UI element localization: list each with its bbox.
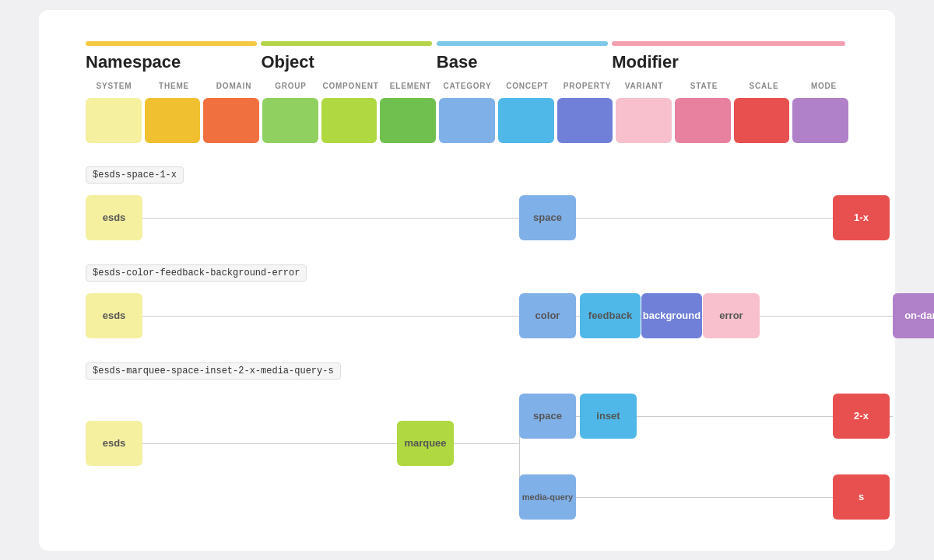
base-bar (437, 41, 608, 46)
token1-section: $esds-space-1-x esds space 1-x (86, 166, 848, 243)
token2-mode-box: on-dark (893, 293, 934, 338)
col-mode: MODE (795, 82, 852, 90)
token3-concept-box: inset (580, 394, 637, 439)
col-variant: VARIANT (616, 82, 672, 90)
box-property-color (557, 98, 613, 143)
col-element: ELEMENT (382, 82, 439, 90)
col-state: STATE (676, 82, 732, 90)
col-domain: DOMAIN (205, 82, 262, 90)
box-mode-color (792, 98, 848, 143)
box-variant-color (616, 98, 672, 143)
box-category-color (439, 98, 495, 143)
token2-property-box: background (641, 293, 702, 338)
col-component: COMPONENT (322, 82, 379, 90)
token2-section: $esds-color-feedback-background-error es… (86, 264, 848, 341)
token3-scale2-box: s (833, 474, 890, 520)
token2-line1 (142, 316, 519, 317)
token3-section: $esds-marquee-space-inset-2-x-media-quer… (86, 362, 848, 498)
token2-line5 (760, 316, 893, 317)
namespace-section: Namespace (86, 41, 261, 75)
box-group-color (262, 98, 318, 143)
token1-line1 (142, 218, 519, 219)
object-bar (261, 41, 432, 46)
columns-row: SYSTEM THEME DOMAIN GROUP COMPONENT ELEM… (86, 82, 848, 90)
token2-category-box: color (519, 293, 576, 338)
token3-line-esds-marquee (142, 443, 397, 444)
token3-category-box: space (519, 394, 576, 439)
col-category: CATEGORY (439, 82, 496, 90)
token3-category2-box: media-query (519, 474, 576, 520)
namespace-title: Namespace (86, 52, 261, 72)
box-scale-color (734, 98, 790, 143)
token3-component-box: marquee (397, 421, 454, 466)
box-system-color (86, 98, 142, 143)
col-property: PROPERTY (559, 82, 616, 90)
token1-scale-box: 1-x (833, 195, 890, 240)
modifier-title: Modifier (612, 52, 848, 72)
base-title: Base (437, 52, 612, 72)
object-title: Object (261, 52, 436, 72)
modifier-section: Modifier (612, 41, 848, 75)
base-section: Base (437, 41, 612, 75)
token3-line-marquee-fork (454, 443, 519, 444)
token2-system-box: esds (86, 293, 142, 338)
token2-variant-box: error (703, 293, 760, 338)
box-theme-color (145, 98, 201, 143)
header-row: Namespace Object Base Modifier (86, 41, 848, 75)
object-section: Object (261, 41, 436, 75)
color-boxes-row (86, 98, 848, 143)
token3-label: $esds-marquee-space-inset-2-x-media-quer… (86, 362, 341, 380)
box-element-color (380, 98, 436, 143)
token1-line2 (576, 218, 833, 219)
box-state-color (675, 98, 731, 143)
token3-system-box: esds (86, 421, 142, 466)
col-concept: CONCEPT (499, 82, 556, 90)
box-component-color (321, 98, 377, 143)
main-container: Namespace Object Base Modifier SYSTEM TH… (39, 10, 895, 551)
col-scale: SCALE (736, 82, 792, 90)
col-group: GROUP (262, 82, 319, 90)
col-system: SYSTEM (86, 82, 142, 90)
box-concept-color (498, 98, 554, 143)
token1-label: $esds-space-1-x (86, 166, 184, 184)
token2-label: $esds-color-feedback-background-error (86, 264, 307, 282)
modifier-bar (612, 41, 845, 46)
col-theme: THEME (146, 82, 202, 90)
box-domain-color (203, 98, 259, 143)
namespace-bar (86, 41, 257, 46)
token2-concept-box: feedback (580, 293, 641, 338)
token1-category-box: space (519, 195, 576, 240)
token3-scale-box: 2-x (833, 394, 890, 439)
token3-line-mq-s (576, 497, 833, 498)
token1-system-box: esds (86, 195, 142, 240)
